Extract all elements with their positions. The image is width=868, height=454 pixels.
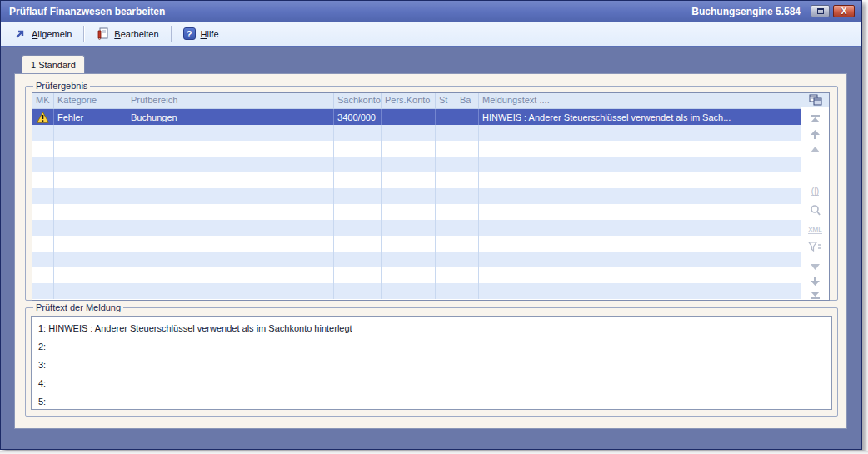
table-cell: HINWEIS : Anderer Steuerschlüssel verwen… bbox=[479, 109, 801, 125]
table-cell bbox=[32, 141, 54, 157]
close-button[interactable]: X bbox=[833, 5, 855, 17]
table-cell: 3400/000 bbox=[334, 109, 382, 125]
window-title: Prüflauf Finanzwesen bearbeiten bbox=[9, 6, 165, 17]
table-cell bbox=[456, 188, 479, 204]
table-row[interactable] bbox=[32, 125, 801, 141]
arrow-up-right-icon bbox=[13, 27, 27, 41]
table-body: FehlerBuchungen3400/000HINWEIS : Anderer… bbox=[32, 109, 801, 300]
search-icon[interactable] bbox=[807, 204, 824, 218]
table-row[interactable] bbox=[32, 283, 801, 299]
column-header-4[interactable]: Pers.Konto bbox=[382, 93, 436, 108]
table-cell bbox=[456, 236, 479, 252]
column-header-2[interactable]: Prüfbereich bbox=[127, 93, 334, 108]
allgemein-label: Allgemein bbox=[32, 29, 72, 39]
table-cell bbox=[32, 283, 54, 299]
table-row[interactable] bbox=[32, 188, 801, 204]
table-cell bbox=[456, 172, 479, 188]
prueftext-line: 1: HINWEIS : Anderer Steuerschlüssel ver… bbox=[38, 319, 831, 337]
table-cell bbox=[436, 188, 456, 204]
column-header-7[interactable]: Meldungstext .... bbox=[479, 93, 801, 108]
table-cell bbox=[479, 252, 801, 267]
table-row[interactable]: FehlerBuchungen3400/000HINWEIS : Anderer… bbox=[32, 109, 801, 125]
toolbar-separator bbox=[83, 26, 84, 42]
table-cell bbox=[127, 220, 334, 236]
table-cell bbox=[54, 267, 127, 283]
prueftext-line: 5: bbox=[38, 392, 831, 410]
table-cell bbox=[436, 125, 456, 141]
table-cell bbox=[32, 188, 54, 204]
table-cell bbox=[479, 283, 801, 299]
bearbeiten-button[interactable]: Bearbeiten bbox=[88, 24, 166, 44]
table-cell bbox=[479, 236, 801, 252]
table-cell bbox=[382, 125, 436, 141]
allgemein-button[interactable]: Allgemein bbox=[6, 24, 79, 44]
xml-icon[interactable]: XML bbox=[807, 225, 824, 236]
grid-side-toolbar: (|) XML bbox=[801, 93, 829, 300]
titlebar: Prüflauf Finanzwesen bearbeiten Buchungs… bbox=[1, 1, 861, 22]
column-header-3[interactable]: Sachkonto bbox=[334, 93, 382, 108]
table-cell bbox=[382, 188, 436, 204]
pruefergebnis-legend: Prüfergebnis bbox=[33, 81, 90, 91]
edit-document-icon bbox=[96, 27, 109, 41]
table-cell bbox=[436, 267, 456, 283]
column-header-1[interactable]: Kategorie bbox=[54, 93, 127, 108]
table-cell bbox=[54, 125, 127, 141]
table-cell bbox=[54, 236, 127, 252]
hilfe-button[interactable]: ? Hilfe bbox=[176, 24, 227, 43]
table-row[interactable] bbox=[32, 172, 801, 188]
help-question-icon: ? bbox=[183, 27, 196, 40]
table-cell bbox=[127, 188, 334, 204]
table-cell bbox=[456, 204, 479, 220]
table-cell bbox=[334, 157, 382, 172]
table-cell bbox=[456, 220, 479, 236]
table-cell bbox=[436, 157, 456, 172]
toolbar: Allgemein Bearbeiten ? Hilfe bbox=[1, 22, 861, 47]
table-cell bbox=[54, 141, 127, 157]
table-cell bbox=[32, 125, 54, 141]
table-cell bbox=[436, 172, 456, 188]
window-drop-shadow bbox=[0, 451, 868, 454]
table-row[interactable] bbox=[32, 220, 801, 236]
brackets-icon[interactable]: (|) bbox=[807, 187, 824, 197]
column-header-5[interactable]: St bbox=[436, 93, 456, 108]
table-cell bbox=[382, 267, 436, 283]
pruefergebnis-group: Prüfergebnis MKKategoriePrüfbereichSachk… bbox=[25, 81, 838, 301]
table-cell bbox=[127, 252, 334, 267]
tab-standard[interactable]: 1 Standard bbox=[22, 55, 85, 73]
page-up-icon[interactable] bbox=[807, 145, 824, 156]
table-cell bbox=[334, 125, 382, 141]
table-cell: Buchungen bbox=[127, 109, 334, 125]
table-row[interactable] bbox=[32, 252, 801, 267]
table-row[interactable] bbox=[32, 157, 801, 172]
column-header-0[interactable]: MK bbox=[32, 93, 54, 108]
column-header-6[interactable]: Ba bbox=[456, 93, 479, 108]
prueftext-legend: Prüftext der Meldung bbox=[33, 302, 123, 312]
move-down-icon[interactable] bbox=[807, 276, 824, 287]
app-window: Prüflauf Finanzwesen bearbeiten Buchungs… bbox=[0, 0, 862, 450]
grid-columns-icon[interactable] bbox=[801, 93, 829, 107]
warning-icon bbox=[37, 112, 49, 123]
table-cell bbox=[32, 252, 54, 267]
table-cell bbox=[32, 204, 54, 220]
table-cell bbox=[436, 109, 456, 125]
table-cell bbox=[127, 236, 334, 252]
table-cell bbox=[456, 157, 479, 172]
page-down-icon[interactable] bbox=[807, 262, 824, 272]
scroll-to-top-icon[interactable] bbox=[807, 114, 824, 125]
table-cell bbox=[127, 157, 334, 172]
table-cell: Fehler bbox=[54, 109, 127, 125]
prueftext-line: 2: bbox=[38, 337, 831, 356]
table-row[interactable] bbox=[32, 204, 801, 220]
table-row[interactable] bbox=[32, 141, 801, 157]
table-cell bbox=[456, 267, 479, 283]
move-up-icon[interactable] bbox=[807, 130, 824, 141]
table-cell bbox=[54, 252, 127, 267]
table-row[interactable] bbox=[32, 236, 801, 252]
restore-button[interactable] bbox=[811, 5, 830, 17]
filter-icon[interactable] bbox=[807, 241, 824, 252]
table-cell bbox=[479, 141, 801, 157]
table-cell bbox=[334, 172, 382, 188]
table-cell bbox=[436, 204, 456, 220]
table-row[interactable] bbox=[32, 267, 801, 283]
scroll-to-bottom-icon[interactable] bbox=[807, 289, 824, 300]
